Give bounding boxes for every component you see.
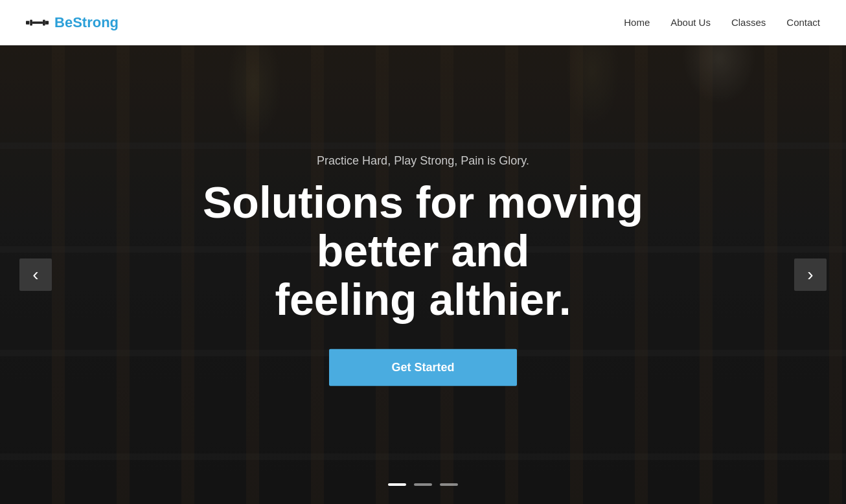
nav-home[interactable]: Home xyxy=(624,17,650,28)
chevron-right-icon: › xyxy=(807,264,813,285)
nav-classes[interactable]: Classes xyxy=(731,17,766,28)
svg-rect-2 xyxy=(32,21,43,24)
hero-content: Practice Hard, Play Strong, Pain is Glor… xyxy=(164,154,682,386)
slider-dots xyxy=(388,483,458,486)
nav-contact[interactable]: Contact xyxy=(786,17,820,28)
svg-rect-4 xyxy=(45,21,49,24)
slider-next-button[interactable]: › xyxy=(794,258,827,291)
logo-text: BeStrong xyxy=(54,14,119,31)
logo-icon xyxy=(26,15,49,30)
main-nav: Home About Us Classes Contact xyxy=(624,17,820,28)
hero-title: Solutions for moving better and feeling … xyxy=(164,178,682,323)
svg-rect-0 xyxy=(26,21,29,24)
get-started-button[interactable]: Get Started xyxy=(329,349,517,386)
nav-about[interactable]: About Us xyxy=(670,17,711,28)
site-header: BeStrong Home About Us Classes Contact xyxy=(0,0,846,45)
svg-rect-3 xyxy=(43,19,45,25)
svg-rect-1 xyxy=(30,19,32,25)
slider-dot-1[interactable] xyxy=(388,483,406,486)
hero-subtitle: Practice Hard, Play Strong, Pain is Glor… xyxy=(164,154,682,168)
slider-dot-3[interactable] xyxy=(440,483,458,486)
slider-dot-2[interactable] xyxy=(414,483,432,486)
slider-prev-button[interactable]: ‹ xyxy=(19,258,52,291)
hero-section: Practice Hard, Play Strong, Pain is Glor… xyxy=(0,45,846,504)
logo[interactable]: BeStrong xyxy=(26,14,119,31)
chevron-left-icon: ‹ xyxy=(32,264,38,285)
